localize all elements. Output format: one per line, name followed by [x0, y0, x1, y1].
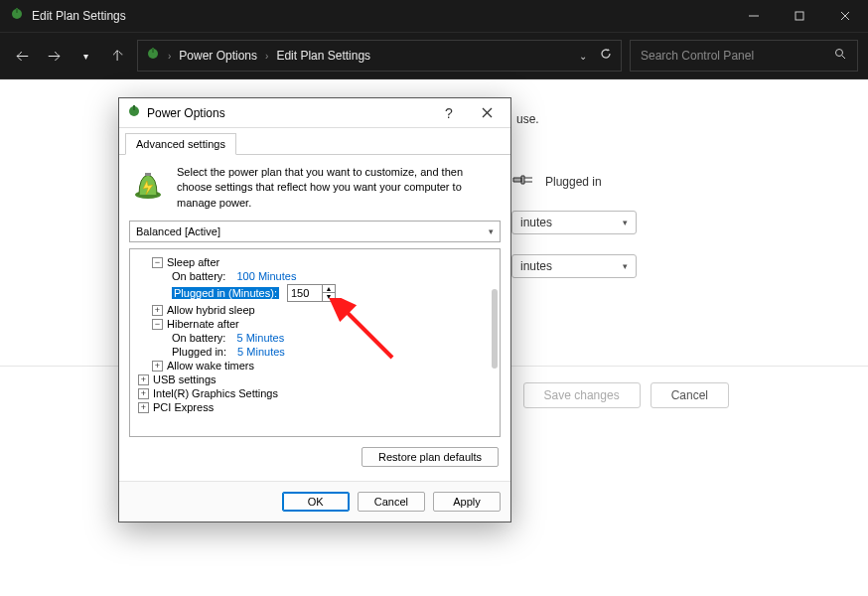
window-titlebar: Edit Plan Settings — [0, 0, 868, 32]
hib-plugged-label: Plugged in: — [172, 346, 226, 358]
chevron-right-icon: › — [168, 51, 171, 62]
dialog-titlebar[interactable]: Power Options ? — [119, 98, 510, 128]
sleep-plugged-input[interactable] — [288, 286, 322, 300]
cancel-button[interactable]: Cancel — [358, 492, 425, 512]
maximize-button[interactable] — [777, 0, 822, 32]
expand-icon[interactable]: + — [152, 361, 163, 372]
bg-select-1[interactable]: inutes▾ — [511, 211, 637, 234]
svg-rect-3 — [796, 12, 803, 20]
tree-intel-graphics[interactable]: Intel(R) Graphics Settings — [153, 387, 278, 399]
plugged-in-label-row: Plugged in — [511, 173, 602, 190]
bg-text-fragment: use. — [516, 112, 539, 126]
ok-button[interactable]: OK — [282, 492, 350, 512]
sleep-plugged-label[interactable]: Plugged in (Minutes): — [172, 287, 279, 299]
svg-point-8 — [836, 50, 843, 57]
expand-icon[interactable]: + — [138, 388, 149, 399]
expand-icon[interactable]: + — [152, 305, 163, 316]
toolbar: 🡠 🡢 ▾ 🡡 › Power Options › Edit Plan Sett… — [0, 32, 868, 79]
expand-icon[interactable]: + — [138, 402, 149, 413]
bg-select-2[interactable]: inutes▾ — [511, 254, 637, 278]
dialog-title: Power Options — [147, 106, 427, 120]
hib-battery-value[interactable]: 5 Minutes — [236, 332, 284, 344]
help-button[interactable]: ? — [433, 105, 465, 121]
battery-icon — [129, 165, 167, 203]
plug-icon — [511, 173, 537, 190]
breadcrumb-power-options[interactable]: Power Options — [179, 49, 257, 63]
svg-line-9 — [842, 56, 845, 59]
svg-rect-1 — [16, 8, 18, 13]
svg-rect-11 — [133, 105, 135, 110]
window-title: Edit Plan Settings — [32, 9, 126, 23]
recent-dropdown[interactable]: ▾ — [73, 51, 97, 62]
collapse-icon[interactable]: − — [152, 319, 163, 330]
dialog-close-button[interactable] — [471, 105, 503, 121]
up-button[interactable]: 🡡 — [105, 49, 129, 64]
search-input[interactable]: Search Control Panel — [630, 40, 858, 72]
restore-defaults-button[interactable]: Restore plan defaults — [362, 447, 499, 467]
apply-button[interactable]: Apply — [433, 492, 501, 512]
spin-up[interactable]: ▲ — [323, 285, 335, 293]
back-button[interactable]: 🡠 — [10, 49, 34, 64]
search-placeholder: Search Control Panel — [641, 49, 754, 63]
plugged-in-label: Plugged in — [545, 175, 602, 189]
search-icon — [834, 48, 847, 64]
plan-select[interactable]: Balanced [Active] ▾ — [129, 221, 501, 242]
close-button[interactable] — [822, 0, 868, 32]
tree-allow-wake[interactable]: Allow wake timers — [167, 360, 254, 372]
dialog-intro-text: Select the power plan that you want to c… — [177, 165, 501, 211]
sleep-battery-label: On battery: — [172, 270, 225, 282]
save-changes-button[interactable]: Save changes — [523, 382, 641, 408]
power-icon — [127, 104, 141, 122]
plan-select-value: Balanced [Active] — [136, 225, 220, 237]
settings-tree[interactable]: −Sleep after On battery: 100 Minutes Plu… — [129, 248, 501, 437]
sleep-plugged-spinner[interactable]: ▲▼ — [287, 284, 336, 302]
cancel-button-bg[interactable]: Cancel — [651, 382, 729, 408]
forward-button[interactable]: 🡢 — [42, 49, 66, 64]
expand-icon[interactable]: + — [138, 374, 149, 385]
tab-advanced-settings[interactable]: Advanced settings — [125, 133, 236, 155]
hib-battery-label: On battery: — [172, 332, 225, 344]
tree-pci-express[interactable]: PCI Express — [153, 401, 214, 413]
breadcrumb-bar[interactable]: › Power Options › Edit Plan Settings ⌄ — [137, 40, 622, 72]
chevron-down-icon: ▾ — [489, 226, 494, 236]
hib-plugged-value[interactable]: 5 Minutes — [237, 346, 285, 358]
power-options-dialog: Power Options ? Advanced settings Select… — [118, 97, 511, 522]
tree-sleep-after[interactable]: Sleep after — [167, 256, 219, 268]
tree-hibernate-after[interactable]: Hibernate after — [167, 318, 239, 330]
chevron-right-icon: › — [265, 51, 268, 62]
minimize-button[interactable] — [731, 0, 777, 32]
collapse-icon[interactable]: − — [152, 257, 163, 268]
sleep-battery-value[interactable]: 100 Minutes — [236, 270, 296, 282]
breadcrumb-dropdown[interactable]: ⌄ — [579, 51, 587, 62]
tree-usb[interactable]: USB settings — [153, 373, 217, 385]
svg-rect-7 — [152, 48, 154, 53]
spin-down[interactable]: ▼ — [323, 293, 335, 301]
power-icon — [146, 47, 160, 65]
tree-allow-hybrid[interactable]: Allow hybrid sleep — [167, 304, 255, 316]
app-icon — [10, 7, 24, 25]
breadcrumb-edit-plan[interactable]: Edit Plan Settings — [276, 49, 370, 63]
scrollbar-thumb[interactable] — [492, 289, 498, 369]
refresh-button[interactable] — [599, 47, 613, 65]
